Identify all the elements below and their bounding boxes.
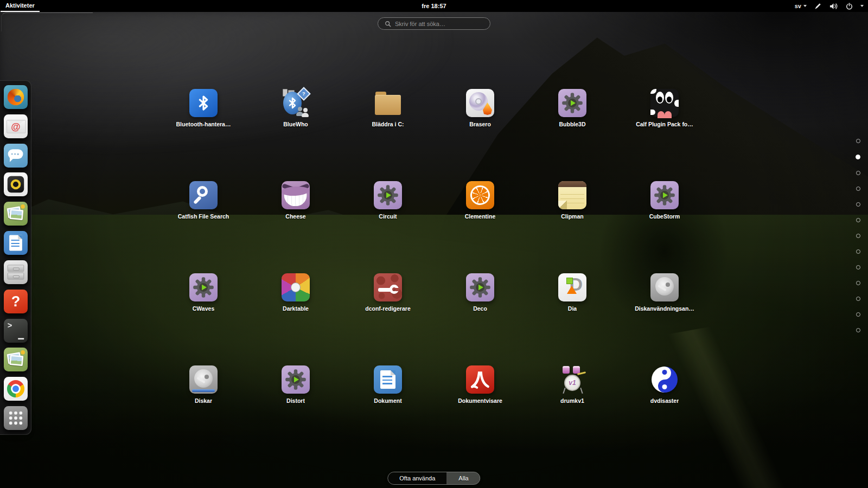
terminal-icon: > [4,319,28,343]
wrench-icon [374,273,402,301]
app-cubestorm[interactable]: CubeStorm [618,174,711,266]
pager-dot-1[interactable] [856,155,860,159]
app-label: dvdisaster [650,397,679,404]
pencil-icon[interactable] [814,2,822,10]
app-label: Distort [286,397,305,404]
drum-kit-icon: v1 [558,365,586,394]
dock-item-music-player-3[interactable] [4,172,28,196]
app-dvdisaster[interactable]: dvdisaster [618,358,711,450]
adobe-reader-icon [466,365,494,394]
dock-item-chat-2[interactable]: ••• [4,144,28,168]
dock-item-terminal-8[interactable]: > [4,319,28,343]
activities-button[interactable]: Aktiviteter [1,0,40,12]
app-label: Dokument [374,397,401,404]
app-bubble3d[interactable]: Bubble3D [526,81,618,174]
tab-alla[interactable]: Alla [447,472,480,484]
app-label: Bluetooth-hantera… [176,121,231,127]
keyboard-layout-label: sv [795,3,801,9]
app-distort[interactable]: Distort [250,358,342,450]
app-catfish-file-search[interactable]: Catfish File Search [157,174,250,266]
app-grid-icon [4,406,28,430]
app-label: Calf Plugin Pack fo… [636,121,693,127]
app-label: Circuit [379,213,397,220]
gear-play-icon [558,89,586,117]
pager-dot-11[interactable] [856,312,860,317]
tab-ofta-använda[interactable]: Ofta använda [388,472,447,484]
app-label: Diskanvändningsan… [635,305,694,312]
dock-item-chrome-10[interactable] [4,377,28,401]
app-bluewho[interactable]: ?BlueWho [250,81,342,174]
pager-dot-5[interactable] [856,218,860,222]
disks-icon [189,365,218,394]
music-player-icon [4,172,28,196]
dock-item-app-grid-11[interactable] [4,406,28,430]
dock-item-help-7[interactable]: ? [4,290,28,313]
clock-label: fre 18:57 [422,3,446,9]
app-bluetooth-hantera[interactable]: Bluetooth-hantera… [157,81,250,174]
app-dokument[interactable]: Dokument [342,358,434,450]
app-dokumentvisare[interactable]: Dokumentvisare [434,358,526,450]
search-bar[interactable]: Skriv för att söka… [378,17,490,30]
app-diskanvändningsan[interactable]: Diskanvändningsan… [618,266,711,358]
app-label: BlueWho [283,121,308,127]
workspace-pager [856,139,860,332]
app-bläddra-i-c[interactable]: Bläddra i C: [342,81,434,174]
gear-play-icon [650,181,679,209]
volume-icon[interactable] [829,2,838,10]
pager-dot-12[interactable] [856,328,860,332]
gear-play-icon [282,365,310,394]
photos-icon [4,348,28,371]
app-label: CWaves [193,305,214,312]
app-label: Bläddra i C: [372,121,404,127]
dock-item-photos-4[interactable] [4,202,28,226]
app-circuit[interactable]: Circuit [342,174,434,266]
app-cwaves[interactable]: CWaves [157,266,250,358]
pager-dot-10[interactable] [856,297,860,301]
document-icon [4,231,28,255]
disc-burner-icon [466,89,494,117]
app-label: Cheese [285,213,305,220]
gear-play-icon [189,273,218,301]
app-label: Dia [568,305,577,312]
activities-label: Aktiviteter [5,2,35,9]
dock-item-document-5[interactable] [4,231,28,255]
app-clipman[interactable]: Clipman [526,174,618,266]
app-label: Darktable [283,305,309,312]
cow-face-icon [650,89,679,117]
app-deco[interactable]: Deco [434,266,526,358]
app-dconf-redigerare[interactable]: dconf-redigerare [342,266,434,358]
dock-item-email-1[interactable]: @ [4,114,28,138]
orange-slice-icon [466,181,494,209]
pager-dot-9[interactable] [856,281,860,285]
yin-yang-icon [650,365,679,394]
pager-dot-6[interactable] [856,234,860,238]
pager-dot-8[interactable] [856,265,860,269]
app-brasero[interactable]: Brasero [434,81,526,174]
power-icon[interactable] [845,2,853,10]
app-cheese[interactable]: Cheese [250,174,342,266]
app-darktable[interactable]: Darktable [250,266,342,358]
chevron-down-icon [803,5,807,7]
dock-item-photos-9[interactable] [4,348,28,371]
pager-dot-0[interactable] [856,139,860,143]
app-grid: Bluetooth-hantera…?BlueWhoBläddra i C:Br… [157,81,711,450]
app-dia[interactable]: DDia [526,266,618,358]
app-label: drumkv1 [560,397,584,404]
dock-item-file-manager-6[interactable] [4,260,28,284]
app-clementine[interactable]: Clementine [434,174,526,266]
app-calf-plugin-pack-fo[interactable]: Calf Plugin Pack fo… [618,81,711,174]
pager-dot-2[interactable] [856,171,860,175]
document-icon [374,365,402,394]
app-diskar[interactable]: Diskar [157,358,250,450]
clock-menu[interactable]: fre 18:57 [422,0,446,12]
keyboard-layout-indicator[interactable]: sv [795,3,807,9]
app-label: Clementine [465,213,496,220]
dock-item-firefox-0[interactable] [4,85,28,109]
pager-dot-4[interactable] [856,202,860,207]
pager-dot-7[interactable] [856,249,860,254]
pager-dot-3[interactable] [856,187,860,191]
search-icon [385,21,391,27]
chevron-down-icon[interactable] [860,5,864,7]
app-label: Brasero [469,121,491,127]
app-drumkv1[interactable]: v1drumkv1 [526,358,618,450]
